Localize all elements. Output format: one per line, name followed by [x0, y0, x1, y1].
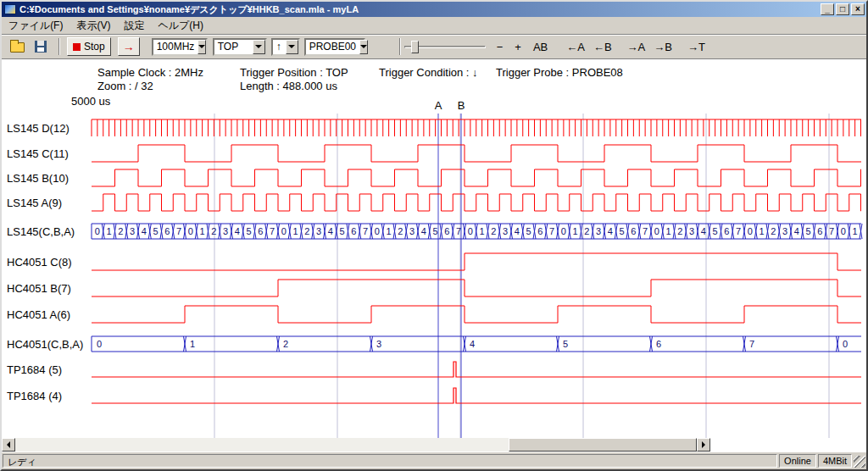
slider-handle[interactable] [411, 41, 419, 53]
ab-button[interactable]: AB [531, 39, 550, 55]
sample-clock-text: Sample Clock : 2MHz [97, 66, 203, 79]
trigger-position-select[interactable]: TOP [213, 38, 267, 56]
probe-value: PROBE00 [306, 41, 359, 53]
minimize-button[interactable]: _ [821, 3, 834, 15]
trigger-condition-text: Trigger Condition : ↓ [379, 66, 478, 79]
window-controls: _ □ × [821, 3, 865, 15]
horizontal-scrollbar[interactable] [2, 438, 710, 452]
trigger-edge-value: ↑ [273, 41, 286, 53]
open-folder-icon [10, 42, 25, 53]
status-ready: レディ [3, 454, 777, 468]
chevron-down-icon[interactable] [198, 40, 206, 54]
zoom-text: Zoom : / 32 [97, 80, 153, 92]
probe-select[interactable]: PROBE00 [304, 38, 365, 56]
clock-value: 100MHz [153, 41, 198, 53]
chevron-down-icon[interactable] [253, 40, 265, 54]
toolbar-separator [58, 38, 60, 55]
toolbar: Stop → 100MHz TOP ↑ PROBE00 − + AB ←A ←B… [2, 34, 866, 59]
statusbar: レディ Online 4MBit [2, 452, 866, 469]
zoom-out-button[interactable]: − [494, 39, 506, 55]
zoom-in-button[interactable]: + [512, 39, 524, 55]
trigger-position-text: Trigger Position : TOP [240, 66, 348, 79]
trigger-probe-text: Trigger Probe : PROBE08 [496, 66, 623, 79]
goto-a-right-button[interactable]: →A [625, 39, 648, 55]
close-button[interactable]: × [851, 3, 865, 15]
clock-select[interactable]: 100MHz [152, 38, 208, 56]
save-button[interactable] [31, 37, 50, 56]
menu-view[interactable]: 表示(V) [70, 17, 117, 35]
window-title: C:¥Documents and Settings¥noname¥デスクトップ¥… [19, 3, 821, 16]
menu-file[interactable]: ファイル(F) [2, 17, 70, 35]
scrollbar-thumb[interactable] [509, 438, 697, 452]
left-arrow-icon [3, 441, 10, 448]
goto-b-right-button[interactable]: →B [651, 39, 675, 55]
goto-a-left-button[interactable]: ←A [564, 39, 587, 55]
trigger-position-value: TOP [214, 41, 253, 53]
stop-button[interactable]: Stop [67, 37, 111, 56]
menubar: ファイル(F) 表示(V) 設定 ヘルプ(H) [2, 17, 866, 34]
menu-help[interactable]: ヘルプ(H) [151, 17, 210, 35]
save-icon [35, 41, 47, 53]
chevron-down-icon[interactable] [286, 40, 298, 54]
goto-trigger-button[interactable]: →T [685, 39, 708, 55]
scroll-left-button[interactable] [2, 438, 15, 452]
run-button[interactable]: → [118, 37, 140, 56]
right-arrow-icon [702, 441, 709, 448]
app-icon [4, 4, 16, 14]
status-online: Online [779, 454, 816, 468]
stop-icon [73, 43, 81, 51]
chevron-down-icon[interactable] [359, 40, 368, 54]
goto-b-left-button[interactable]: ←B [591, 39, 615, 55]
stop-label: Stop [84, 41, 105, 53]
status-memory: 4MBit [818, 454, 852, 468]
scroll-right-button[interactable] [697, 438, 710, 452]
timebase-text: 5000 us [71, 95, 110, 108]
titlebar[interactable]: C:¥Documents and Settings¥noname¥デスクトップ¥… [2, 2, 866, 17]
run-arrow-icon: → [123, 40, 135, 53]
length-text: Length : 488.000 us [240, 80, 337, 92]
resize-grip[interactable] [854, 456, 865, 468]
waveform-area [2, 59, 866, 452]
maximize-button[interactable]: □ [836, 3, 849, 15]
position-slider[interactable] [404, 38, 486, 55]
menu-settings[interactable]: 設定 [117, 17, 151, 35]
trigger-edge-select[interactable]: ↑ [271, 38, 300, 56]
toolbar-separator [399, 38, 401, 55]
open-button[interactable] [7, 37, 28, 56]
